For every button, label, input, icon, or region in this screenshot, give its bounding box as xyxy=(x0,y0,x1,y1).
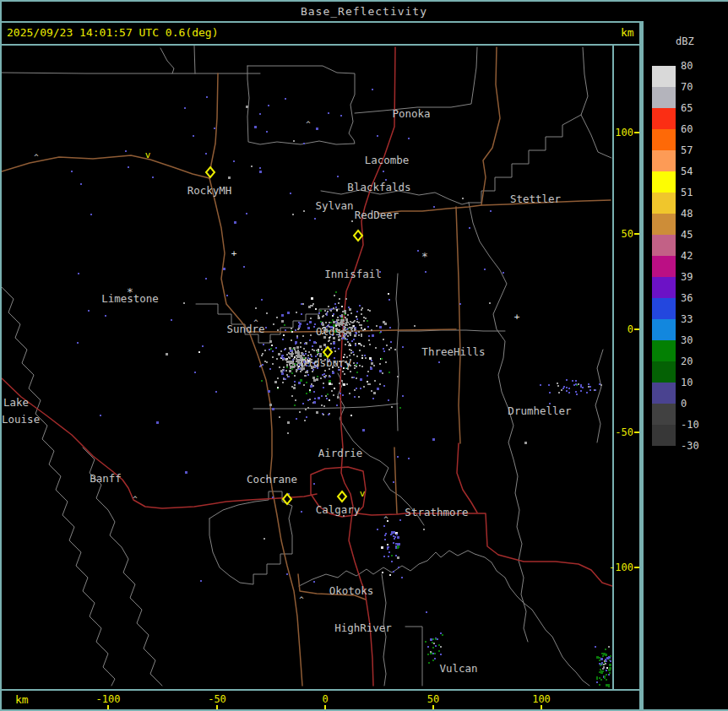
radar-echo-pixel xyxy=(332,315,334,317)
radar-echo-pixel xyxy=(290,361,291,362)
radar-echo-pixel xyxy=(259,171,262,173)
radar-echo-pixel xyxy=(388,551,390,553)
radar-echo-pixel xyxy=(345,322,347,323)
radar-echo-pixel xyxy=(341,314,343,316)
radar-echo-pixel xyxy=(383,350,385,352)
radar-echo-pixel xyxy=(266,312,268,314)
radar-echo-pixel xyxy=(125,150,127,152)
radar-echo-pixel xyxy=(361,335,362,337)
radar-echo-pixel xyxy=(390,534,392,535)
radar-echo-pixel xyxy=(524,442,527,444)
radar-echo-pixel xyxy=(388,293,389,295)
radar-echo-pixel xyxy=(417,250,419,252)
radar-echo-pixel xyxy=(596,676,598,678)
radar-echo-pixel xyxy=(397,536,399,539)
radar-echo-pixel xyxy=(304,375,306,377)
radar-echo-pixel xyxy=(396,534,398,535)
radar-echo-pixel xyxy=(351,377,353,378)
radar-echo-pixel xyxy=(289,357,291,359)
radar-echo-pixel xyxy=(295,352,296,354)
radar-echo-pixel xyxy=(337,319,339,321)
radar-echo-pixel xyxy=(298,353,300,355)
radar-echo-pixel xyxy=(264,361,266,362)
right-axis-tick-label: -50 xyxy=(599,426,633,438)
radar-echo-pixel xyxy=(383,171,384,172)
radar-echo-pixel xyxy=(388,556,389,557)
radar-echo-pixel xyxy=(365,318,367,319)
radar-echo-pixel xyxy=(306,382,307,383)
radar-echo-pixel xyxy=(377,529,378,530)
radar-echo-pixel xyxy=(580,384,582,386)
radar-echo-pixel xyxy=(351,340,353,342)
radar-echo-pixel xyxy=(353,362,355,364)
secondary-highway-line xyxy=(209,178,302,686)
radar-echo-pixel xyxy=(105,315,106,317)
radar-echo-pixel xyxy=(391,406,393,408)
radar-echo-pixel xyxy=(282,382,284,383)
radar-echo-pixel xyxy=(297,350,299,351)
radar-map-area[interactable]: vv**++^^^^^^PonokaLacombeBlackfaldsSylva… xyxy=(0,46,614,689)
radar-echo-pixel xyxy=(394,538,395,540)
radar-echo-pixel xyxy=(296,369,297,371)
radar-echo-pixel xyxy=(373,365,375,366)
radar-echo-pixel xyxy=(309,321,312,323)
radar-echo-pixel xyxy=(318,312,320,314)
city-label-stettler: Stettler xyxy=(510,193,562,205)
radar-echo-pixel xyxy=(286,354,288,356)
radar-echo-pixel xyxy=(309,339,311,341)
radar-echo-pixel xyxy=(438,361,440,363)
county-boundary-line xyxy=(247,66,355,144)
radar-echo-pixel xyxy=(566,390,568,392)
radar-echo-pixel xyxy=(375,347,377,349)
radar-echo-pixel xyxy=(71,171,73,172)
radar-echo-pixel xyxy=(338,339,340,341)
radar-echo-pixel xyxy=(391,555,393,556)
scale-label: 65 xyxy=(681,102,720,114)
radar-echo-pixel xyxy=(331,390,333,392)
radar-echo-pixel xyxy=(398,543,400,545)
radar-map-canvas[interactable]: vv**++^^^^^^PonokaLacombeBlackfaldsSylva… xyxy=(2,46,612,689)
radar-echo-pixel xyxy=(289,362,291,364)
radar-echo-pixel xyxy=(330,322,332,323)
radar-echo-pixel xyxy=(383,339,384,340)
radar-echo-pixel xyxy=(349,332,351,334)
scale-label: 70 xyxy=(681,81,720,93)
radar-echo-pixel xyxy=(333,313,334,315)
radar-echo-pixel xyxy=(428,662,430,664)
radar-echo-pixel xyxy=(367,309,369,311)
radar-echo-pixel xyxy=(215,391,217,393)
scale-band-80 xyxy=(652,66,676,87)
radar-echo-pixel xyxy=(296,365,298,366)
radar-echo-pixel xyxy=(294,356,296,358)
radar-echo-pixel xyxy=(600,679,602,681)
radar-echo-pixel xyxy=(381,358,383,360)
radar-echo-pixel xyxy=(363,345,365,347)
radar-echo-pixel xyxy=(369,344,371,345)
radar-echo-pixel xyxy=(347,314,349,316)
radar-echo-pixel xyxy=(339,298,340,300)
radar-echo-pixel xyxy=(361,309,362,311)
scale-band-0 xyxy=(652,404,676,425)
radar-echo-pixel xyxy=(276,317,278,318)
radar-echo-pixel xyxy=(353,339,355,340)
radar-echo-pixel xyxy=(368,339,370,341)
radar-echo-pixel xyxy=(390,341,392,343)
radar-echo-pixel xyxy=(393,535,394,537)
bottom-axis-tick-mark xyxy=(216,705,218,709)
radar-echo-pixel xyxy=(341,306,343,307)
radar-echo-pixel xyxy=(205,153,207,155)
info-bar: 2025/09/23 14:01:57 UTC 0.6(deg) km xyxy=(0,23,728,44)
radar-echo-pixel xyxy=(328,306,329,307)
bottom-distance-axis: km -100-50050100 xyxy=(0,691,728,709)
radar-echo-pixel xyxy=(602,668,604,670)
radar-echo-pixel xyxy=(184,107,186,109)
right-axis-tick-label: -100 xyxy=(599,562,633,573)
radar-echo-pixel xyxy=(354,389,356,391)
radar-echo-pixel xyxy=(356,311,358,312)
plus-marker-icon: + xyxy=(514,312,520,323)
radar-echo-pixel xyxy=(568,392,570,393)
radar-echo-pixel xyxy=(100,415,101,416)
radar-echo-pixel xyxy=(266,361,268,363)
radar-echo-pixel xyxy=(254,126,257,128)
radar-echo-pixel xyxy=(484,269,486,270)
